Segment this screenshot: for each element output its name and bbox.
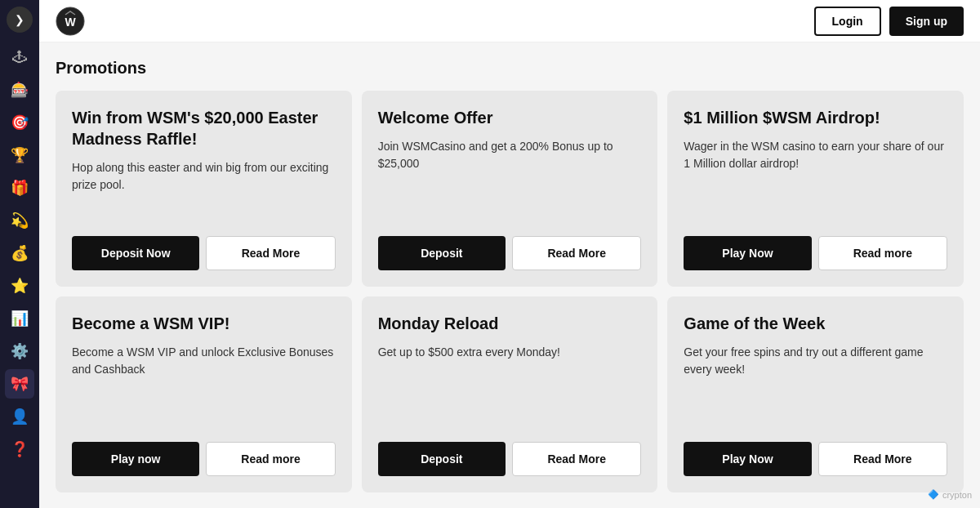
- promo-actions-easter: Deposit Now Read More: [72, 236, 336, 270]
- promo-actions-monday: Deposit Read More: [378, 442, 642, 476]
- sidebar-item-settings[interactable]: ⚙️: [5, 336, 34, 366]
- sidebar-item-special[interactable]: 💫: [5, 206, 34, 235]
- help-icon: ❓: [11, 440, 29, 458]
- read-more-gameweek-button[interactable]: Read More: [818, 442, 947, 476]
- sidebar-item-games[interactable]: 🕹: [5, 42, 34, 72]
- promo-card-welcome: Welcome Offer Join WSMCasino and get a 2…: [362, 91, 658, 287]
- deposit-monday-button[interactable]: Deposit: [378, 442, 506, 476]
- star-burst-icon: 💫: [11, 212, 29, 229]
- crypto-icon: 💰: [11, 244, 29, 262]
- promo-card-monday: Monday Reload Get up to $500 extra every…: [362, 296, 658, 492]
- promo-title-welcome: Welcome Offer: [378, 107, 642, 128]
- sidebar-item-slots[interactable]: 🎰: [5, 75, 34, 105]
- sidebar-item-help[interactable]: ❓: [5, 434, 34, 464]
- login-button[interactable]: Login: [814, 7, 881, 36]
- header: W Login Sign up: [39, 0, 980, 42]
- read-more-vip-button[interactable]: Read more: [206, 442, 335, 476]
- page-title: Promotions: [56, 59, 964, 78]
- promo-desc-welcome: Join WSMCasino and get a 200% Bonus up t…: [378, 138, 642, 226]
- promo-desc-airdrop: Wager in the WSM casino to earn your sha…: [684, 138, 947, 226]
- promo-title-vip: Become a WSM VIP!: [72, 313, 336, 334]
- promo-card-gameweek: Game of the Week Get your free spins and…: [667, 296, 964, 492]
- chart-icon: 📊: [11, 310, 29, 328]
- sidebar-toggle[interactable]: ❯: [7, 7, 33, 33]
- crypton-icon: 🔷: [928, 489, 939, 500]
- auth-buttons: Login Sign up: [814, 7, 964, 36]
- brand-logo: W: [56, 7, 85, 36]
- promo-title-gameweek: Game of the Week: [684, 313, 947, 334]
- casino-icon: 🎯: [11, 114, 29, 131]
- gear-icon: ⚙️: [11, 342, 29, 360]
- sidebar-item-casino[interactable]: 🎯: [5, 108, 34, 137]
- sidebar: ❯ 🕹 🎰 🎯 🏆 🎁 💫 💰 ⭐ 📊 ⚙️ 🎀 👤 ❓: [0, 0, 39, 508]
- gift-icon: 🎀: [11, 375, 29, 393]
- promo-title-airdrop: $1 Million $WSM Airdrop!: [684, 107, 947, 128]
- deposit-now-button[interactable]: Deposit Now: [72, 236, 199, 270]
- promo-card-vip: Become a WSM VIP! Become a WSM VIP and u…: [56, 296, 352, 492]
- promo-desc-gameweek: Get your free spins and try out a differ…: [684, 344, 947, 432]
- svg-text:W: W: [65, 16, 76, 29]
- deposit-welcome-button[interactable]: Deposit: [378, 236, 506, 270]
- sidebar-item-promotions[interactable]: 🎁: [5, 173, 34, 203]
- read-more-easter-button[interactable]: Read More: [206, 236, 335, 270]
- sidebar-item-leaderboard[interactable]: 📊: [5, 304, 34, 333]
- chevron-right-icon: ❯: [15, 13, 24, 26]
- signup-button[interactable]: Sign up: [889, 7, 964, 36]
- promo-card-airdrop: $1 Million $WSM Airdrop! Wager in the WS…: [667, 91, 964, 287]
- trophy-icon: 🏆: [11, 146, 29, 164]
- content-area: Promotions Win from WSM's $20,000 Easter…: [39, 42, 980, 508]
- read-more-monday-button[interactable]: Read More: [512, 442, 641, 476]
- play-now-airdrop-button[interactable]: Play Now: [684, 236, 811, 270]
- promotions-grid: Win from WSM's $20,000 Easter Madness Ra…: [56, 91, 964, 492]
- crypton-badge: 🔷 crypton: [928, 489, 972, 500]
- promo-actions-vip: Play now Read more: [72, 442, 336, 476]
- read-more-welcome-button[interactable]: Read More: [512, 236, 641, 270]
- promo-actions-gameweek: Play Now Read More: [684, 442, 947, 476]
- promo-desc-easter: Hop along this easter and win big from o…: [72, 159, 336, 226]
- read-more-airdrop-button[interactable]: Read more: [818, 236, 947, 270]
- slots-icon: 🎰: [11, 81, 29, 99]
- sidebar-item-favorites[interactable]: ⭐: [5, 271, 34, 301]
- crypton-text: crypton: [942, 490, 972, 500]
- star-icon: ⭐: [11, 277, 29, 295]
- sidebar-item-crypto[interactable]: 💰: [5, 238, 34, 268]
- promotions-icon: 🎁: [11, 179, 29, 197]
- play-now-vip-button[interactable]: Play now: [72, 442, 199, 476]
- logo-area: W: [56, 7, 85, 36]
- sidebar-item-account[interactable]: 👤: [5, 402, 34, 431]
- sidebar-item-vip[interactable]: 🎀: [5, 369, 34, 399]
- promo-card-easter: Win from WSM's $20,000 Easter Madness Ra…: [56, 91, 352, 287]
- gamepad-icon: 🕹: [12, 49, 27, 66]
- sidebar-item-tournaments[interactable]: 🏆: [5, 140, 34, 170]
- promo-actions-welcome: Deposit Read More: [378, 236, 642, 270]
- person-icon: 👤: [11, 408, 29, 426]
- promo-desc-monday: Get up to $500 extra every Monday!: [378, 344, 642, 432]
- play-now-gameweek-button[interactable]: Play Now: [684, 442, 811, 476]
- promo-title-easter: Win from WSM's $20,000 Easter Madness Ra…: [72, 107, 336, 149]
- promo-actions-airdrop: Play Now Read more: [684, 236, 947, 270]
- main-content: W Login Sign up Promotions Win from WSM'…: [39, 0, 980, 508]
- promo-title-monday: Monday Reload: [378, 313, 642, 334]
- promo-desc-vip: Become a WSM VIP and unlock Exclusive Bo…: [72, 344, 336, 432]
